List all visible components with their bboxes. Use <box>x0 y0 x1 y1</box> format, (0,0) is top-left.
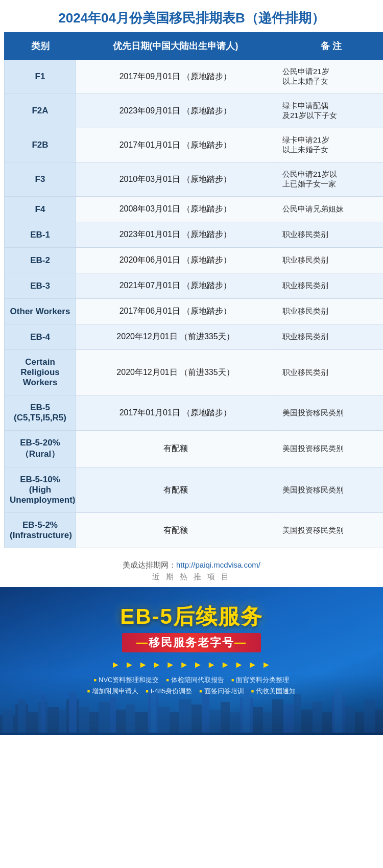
svg-rect-32 <box>272 699 283 735</box>
col-header-note: 备 注 <box>275 33 384 60</box>
svg-rect-34 <box>294 694 301 735</box>
svg-rect-12 <box>89 712 99 735</box>
table-row: EB-5-10% (High Unemployment)有配额美国投资移民类别 <box>5 467 384 513</box>
cell-note: 美国投资移民类别 <box>275 395 384 431</box>
svg-rect-41 <box>355 712 364 735</box>
cell-note: 职业移民类别 <box>275 350 384 395</box>
cell-category: F2A <box>5 94 76 128</box>
svg-rect-23 <box>192 705 202 735</box>
cell-note: 公民申请兄弟姐妹 <box>275 197 384 222</box>
bottom-banner: EB-5后续服务 移民服务老字号 ► ► ► ► ► ► ► ► ► ► ► ►… <box>0 587 383 735</box>
svg-rect-37 <box>322 712 332 735</box>
cell-category: EB-5-20% （Rural） <box>5 431 76 467</box>
table-row: EB-5-20% （Rural）有配额美国投资移民类别 <box>5 431 384 467</box>
table-row: Certain Religious Workers2020年12月01日 （前进… <box>5 350 384 395</box>
cell-category: EB-3 <box>5 273 76 299</box>
svg-rect-17 <box>135 712 148 735</box>
cell-date: 2020年12月01日 （前进335天） <box>76 324 275 350</box>
footer-url[interactable]: http://paiqi.mcdvisa.com/ <box>176 560 260 569</box>
table-row: F42008年03月01日 （原地踏步）公民申请兄弟姐妹 <box>5 197 384 222</box>
cell-date: 2023年09月01日 （原地踏步） <box>76 94 275 128</box>
svg-rect-33 <box>283 705 294 735</box>
cell-date: 2017年01月01日 （原地踏步） <box>76 128 275 162</box>
cell-note: 职业移民类别 <box>275 299 384 324</box>
cell-note: 美国投资移民类别 <box>275 431 384 467</box>
cell-category: F4 <box>5 197 76 222</box>
banner-service-item: 增加附属申请人 <box>87 687 138 696</box>
svg-rect-21 <box>170 712 179 735</box>
svg-rect-22 <box>179 699 192 735</box>
cell-category: F3 <box>5 162 76 197</box>
svg-rect-29 <box>243 689 250 735</box>
cell-category: Other Workers <box>5 299 76 324</box>
table-body: F12017年09月01日 （原地踏步）公民申请21岁 以上未婚子女F2A202… <box>5 60 384 548</box>
cell-category: EB-5-10% (High Unemployment) <box>5 467 76 513</box>
svg-rect-20 <box>158 707 170 735</box>
cell-date: 2017年06月01日 （原地踏步） <box>76 299 275 324</box>
cell-category: F1 <box>5 60 76 94</box>
cell-date: 2017年01月01日 （原地踏步） <box>76 395 275 431</box>
banner-service-item: 代收美国通知 <box>251 687 296 696</box>
svg-rect-1 <box>3 710 13 735</box>
svg-rect-8 <box>59 710 66 735</box>
banner-service-item: NVC资料整理和提交 <box>94 675 159 685</box>
cell-date: 2017年09月01日 （原地踏步） <box>76 60 275 94</box>
banner-service-item: 体检陪同代取报告 <box>166 675 224 685</box>
svg-rect-26 <box>221 702 230 735</box>
banner-arrows: ► ► ► ► ► ► ► ► ► ► ► ► <box>10 660 373 670</box>
svg-rect-19 <box>151 689 156 735</box>
cell-date: 2008年03月01日 （原地踏步） <box>76 197 275 222</box>
svg-rect-11 <box>79 707 89 735</box>
svg-rect-24 <box>202 692 209 735</box>
banner-service-item: I-485身份调整 <box>146 687 192 696</box>
cell-note: 绿卡申请21岁 以上未婚子女 <box>275 128 384 162</box>
banner-main-title: EB-5后续服务 <box>10 602 373 631</box>
table-wrapper: 类别 优先日期(中国大陆出生申请人) 备 注 F12017年09月01日 （原地… <box>0 32 383 553</box>
banner-service-item: 面签问答培训 <box>199 687 244 696</box>
table-row: F32010年03月01日 （原地踏步）公民申请21岁以 上已婚子女一家 <box>5 162 384 197</box>
table-row: EB-5-2% (Infrastructure)有配额美国投资移民类别 <box>5 513 384 548</box>
svg-rect-35 <box>301 710 313 735</box>
cell-note: 美国投资移民类别 <box>275 467 384 513</box>
cell-category: F2B <box>5 128 76 162</box>
cell-note: 职业移民类别 <box>275 222 384 248</box>
table-row: F2B2017年01月01日 （原地踏步）绿卡申请21岁 以上未婚子女 <box>5 128 384 162</box>
table-row: Other Workers2017年06月01日 （原地踏步）职业移民类别 <box>5 299 384 324</box>
cell-note: 美国投资移民类别 <box>275 513 384 548</box>
svg-rect-40 <box>345 707 355 735</box>
svg-rect-42 <box>364 699 375 735</box>
svg-rect-31 <box>263 712 272 735</box>
banner-service-item: 面官资料分类整理 <box>231 675 289 685</box>
svg-rect-6 <box>41 694 45 735</box>
banner-services-row2: 增加附属申请人I-485身份调整面签问答培训代收美国通知 <box>10 687 373 696</box>
cell-category: EB-5 (C5,T5,I5,R5) <box>5 395 76 431</box>
cell-category: EB-1 <box>5 222 76 248</box>
cell-note: 职业移民类别 <box>275 324 384 350</box>
cell-note: 职业移民类别 <box>275 248 384 273</box>
cell-category: EB-4 <box>5 324 76 350</box>
cell-date: 有配额 <box>76 467 275 513</box>
svg-rect-16 <box>126 705 135 735</box>
banner-sub-title: 移民服务老字号 <box>122 633 261 652</box>
svg-rect-27 <box>230 712 240 735</box>
svg-rect-36 <box>313 702 322 735</box>
svg-rect-15 <box>116 710 126 735</box>
svg-rect-7 <box>47 707 59 735</box>
svg-rect-14 <box>110 697 116 735</box>
svg-rect-30 <box>253 707 263 735</box>
table-header-row: 类别 优先日期(中国大陆出生申请人) 备 注 <box>5 33 384 60</box>
table-row: F12017年09月01日 （原地踏步）公民申请21岁 以上未婚子女 <box>5 60 384 94</box>
footer-links: 美成达排期网：http://paiqi.mcdvisa.com/ <box>0 553 383 572</box>
table-row: EB-12023年01月01日 （原地踏步）职业移民类别 <box>5 222 384 248</box>
table-row: EB-42020年12月01日 （前进335天）职业移民类别 <box>5 324 384 350</box>
footer-hot: 近 期 热 推 项 目 <box>0 572 383 587</box>
cell-note: 绿卡申请配偶 及21岁以下子女 <box>275 94 384 128</box>
cell-note: 公民申请21岁以 上已婚子女一家 <box>275 162 384 197</box>
cell-note: 职业移民类别 <box>275 273 384 299</box>
banner-services-row1: NVC资料整理和提交体检陪同代取报告面官资料分类整理 <box>10 675 373 685</box>
svg-rect-4 <box>28 712 38 735</box>
table-row: EB-5 (C5,T5,I5,R5)2017年01月01日 （原地踏步）美国投资… <box>5 395 384 431</box>
cell-date: 2010年03月01日 （原地踏步） <box>76 162 275 197</box>
footer-label: 美成达排期网： <box>123 560 176 569</box>
page-title: 2024年04月份美国移民排期表B（递件排期） <box>5 9 378 27</box>
